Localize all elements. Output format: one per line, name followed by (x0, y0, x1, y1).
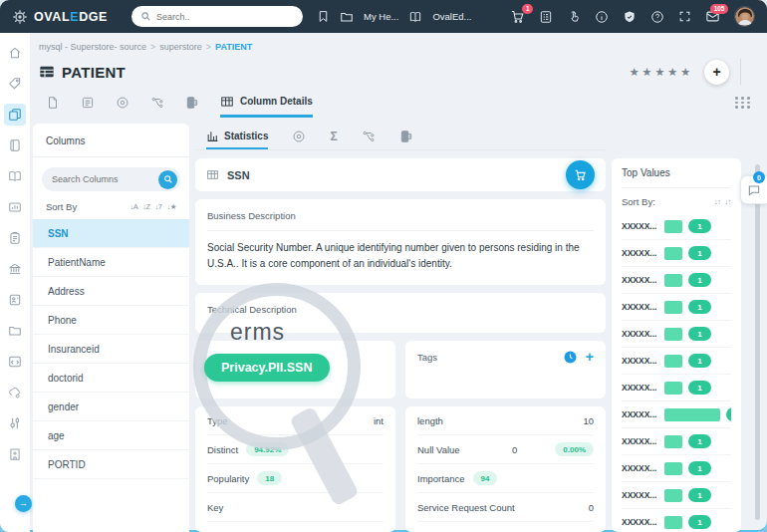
stat-row: Key (207, 493, 384, 522)
add-button[interactable]: + (704, 60, 729, 85)
top-value-row[interactable]: XXXXX...1 (622, 482, 731, 509)
sort-az-icon[interactable]: ↓A (129, 202, 137, 211)
ovaledge-link[interactable]: OvalEd... (432, 11, 471, 22)
stat-lineage-icon[interactable] (292, 130, 306, 143)
my-health-link[interactable]: My He... (364, 11, 398, 22)
tab-notes-icon[interactable] (81, 96, 95, 110)
top-value-row[interactable]: XXXXX...4 (622, 401, 731, 428)
tab-relationship-icon[interactable] (150, 96, 164, 110)
breadcrumb-source[interactable]: mysql - Superstore- source (39, 42, 146, 52)
rail-query-icon[interactable] (4, 351, 26, 373)
add-to-cart-button[interactable] (566, 160, 595, 189)
breadcrumb-schema[interactable]: superstore (159, 42, 202, 52)
rail-tags-icon[interactable] (4, 73, 26, 95)
top-value-row[interactable]: XXXXX...1 (622, 509, 731, 532)
stat-badge: 94 (473, 471, 498, 485)
rail-notebook-icon[interactable] (4, 134, 26, 156)
grid-icon (206, 168, 219, 181)
tab-lineage-icon[interactable] (116, 96, 129, 110)
rail-reports-icon[interactable] (4, 196, 26, 218)
sort-rating-icon[interactable]: ↓★ (167, 202, 176, 211)
rail-badge-icon[interactable] (4, 289, 26, 311)
chat-tab[interactable]: 0 (740, 175, 767, 204)
rail-catalog-icon[interactable] (4, 104, 26, 126)
value-count-badge: 1 (688, 434, 711, 448)
stat-data-icon[interactable] (399, 130, 413, 143)
bookmark-icon[interactable] (317, 10, 330, 23)
cart-icon[interactable]: 1 (510, 9, 525, 24)
rail-governance-icon[interactable] (4, 258, 26, 280)
column-item[interactable]: PatientName (33, 248, 189, 277)
column-item[interactable]: Phone (33, 306, 189, 335)
column-item[interactable]: age (33, 421, 189, 450)
clock-icon[interactable] (564, 351, 577, 364)
top-value-row[interactable]: XXXXX...1 (622, 240, 731, 267)
column-item[interactable]: Address (33, 277, 189, 306)
stat-relationship-icon[interactable] (362, 130, 376, 143)
global-search-input[interactable] (156, 12, 294, 22)
rail-organization-icon[interactable] (4, 443, 26, 465)
rail-files-icon[interactable] (4, 320, 26, 342)
top-value-row[interactable]: XXXXX...1 (622, 321, 731, 348)
column-item[interactable]: gender (33, 393, 189, 421)
rail-home-icon[interactable] (4, 42, 26, 64)
sort-asc-icon[interactable]: ↓↑ (714, 197, 721, 206)
sort-numeric-icon[interactable]: ↓7 (155, 202, 162, 211)
book-icon[interactable] (408, 10, 422, 24)
tab-data-icon[interactable] (185, 96, 199, 110)
column-item[interactable]: doctorid (33, 364, 189, 393)
sort-za-icon[interactable]: ↓Z (142, 202, 149, 211)
value-count-badge: 1 (688, 515, 711, 529)
rating-stars[interactable]: ★★★★★ (630, 66, 693, 79)
rail-glossary-icon[interactable] (4, 165, 26, 187)
folder-icon[interactable] (340, 10, 354, 24)
chat-badge: 0 (753, 171, 765, 183)
grid-menu-icon[interactable] (735, 97, 751, 109)
user-avatar[interactable] (734, 6, 755, 27)
global-search[interactable] (131, 6, 303, 27)
columns-search[interactable] (42, 167, 180, 191)
columns-panel: Columns Sort By ↓A ↓Z ↓7 ↓★ (33, 124, 189, 532)
stat-badge: 94.92% (246, 442, 289, 456)
rail-projects-icon[interactable] (4, 227, 26, 249)
top-value-row[interactable]: XXXXX...1 (622, 213, 731, 240)
top-value-row[interactable]: XXXXX...1 (622, 428, 731, 455)
column-item-ssn[interactable]: SSN (33, 219, 189, 248)
expand-icon[interactable] (678, 10, 691, 23)
business-description-text[interactable]: Social Security Number. A unique identif… (207, 231, 594, 281)
vertical-scrollbar[interactable] (755, 164, 760, 520)
value-bar (664, 408, 720, 421)
tab-column-details[interactable]: Column Details (220, 88, 313, 118)
table-tabbar: Column Details (33, 88, 767, 118)
ovaledge-logo[interactable]: OVALEDGE (12, 9, 108, 25)
top-value-row[interactable]: XXXXX...1 (622, 348, 731, 375)
column-item[interactable]: PORTID (33, 450, 189, 479)
mail-icon[interactable]: 105 (705, 9, 720, 24)
add-tag-button[interactable]: + (586, 350, 594, 364)
value-count-badge: 1 (688, 327, 711, 341)
breadcrumb-table[interactable]: PATIENT (215, 42, 252, 52)
top-value-row[interactable]: XXXXX...1 (622, 375, 731, 401)
tab-statistics[interactable]: Statistics (206, 124, 268, 149)
sigma-icon[interactable]: Σ (330, 130, 337, 143)
help-icon[interactable] (650, 10, 664, 24)
touch-icon[interactable] (567, 10, 581, 24)
terms-tag-pill[interactable]: Privacy.PII.SSN (204, 354, 330, 382)
tasks-icon[interactable] (539, 10, 553, 24)
gear-logo-icon (12, 9, 28, 25)
top-value-row[interactable]: XXXXX...1 (622, 294, 731, 321)
info-icon[interactable] (595, 10, 609, 24)
shield-icon[interactable] (623, 10, 637, 24)
top-value-row[interactable]: XXXXX...1 (622, 455, 731, 482)
columns-search-input[interactable] (52, 174, 143, 184)
top-value-row[interactable]: XXXXX...1 (622, 267, 731, 294)
tab-summary-icon[interactable] (46, 96, 60, 110)
column-item[interactable]: Insuranceid (33, 335, 189, 364)
business-description-card: Business Description Social Security Num… (195, 199, 606, 285)
rail-jobs-icon[interactable] (4, 382, 26, 403)
rail-settings-icon[interactable] (4, 412, 26, 434)
collapse-sidebar-button[interactable]: → (15, 495, 32, 512)
column-name: SSN (227, 169, 250, 181)
sort-desc-icon[interactable]: ↓↑ (725, 197, 732, 206)
columns-search-button[interactable] (158, 170, 177, 189)
